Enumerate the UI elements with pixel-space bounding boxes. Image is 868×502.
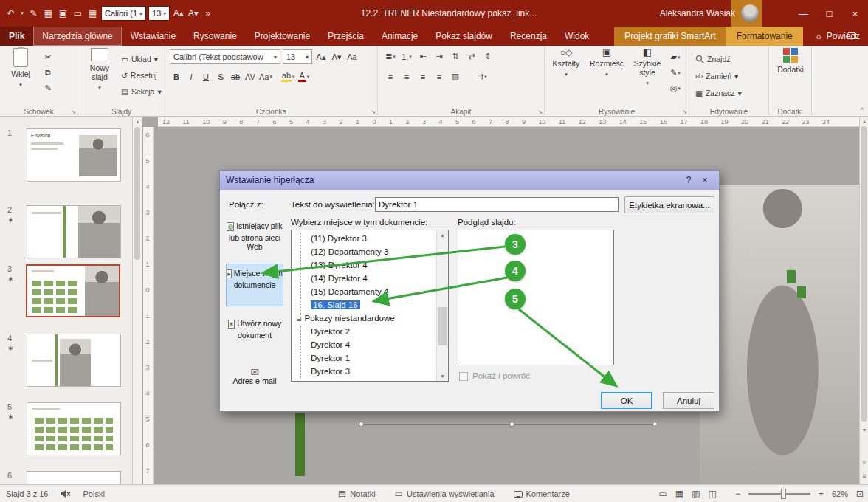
align-left-button[interactable]: ≡ <box>384 69 397 83</box>
dialog-launcher-icon[interactable]: ↘ <box>71 109 76 115</box>
font-name-combo[interactable]: Calibri (Tekst podstawow▾ <box>170 49 280 64</box>
close-icon[interactable]: × <box>697 173 713 187</box>
tab-projekt-grafiki-smartart[interactable]: Projekt grafiki SmartArt <box>614 27 726 46</box>
paste-button[interactable]: Wklej ▾ <box>4 48 38 103</box>
tab-recenzja[interactable]: Recenzja <box>501 27 556 46</box>
shapes-button[interactable]: ○◇ Kształty ▾ <box>548 48 585 103</box>
minimize-button[interactable]: — <box>790 0 816 27</box>
slide-thumbnail-4[interactable] <box>27 334 121 387</box>
tab-przejscia[interactable]: Przejścia <box>319 27 373 46</box>
justify-button[interactable]: ≡ <box>433 69 446 83</box>
avatar[interactable] <box>741 4 759 22</box>
scroll-up-icon[interactable]: ▲ <box>437 230 448 240</box>
tree-group-custom-shows[interactable]: ⊟Pokazy niestandardowe <box>292 312 435 325</box>
line-spacing-button[interactable]: ⇅ <box>449 49 462 63</box>
more-commands-icon[interactable]: » <box>202 5 214 21</box>
font-color-button[interactable]: A▾ <box>297 69 311 83</box>
slide-thumbnail-2[interactable] <box>27 205 121 258</box>
smartart-fragment[interactable] <box>787 270 796 283</box>
scrollbar-thumb[interactable] <box>861 126 867 422</box>
tree-item[interactable]: Dyrektor 4 <box>292 338 435 351</box>
chevron-down-icon[interactable]: ▾ <box>19 5 25 21</box>
slide-image-person[interactable] <box>700 185 859 484</box>
create-new-document-tile[interactable]: ∗ Utwórz nowy dokument <box>226 314 283 355</box>
scrollbar-thumb[interactable] <box>438 307 447 345</box>
tab-rysowanie[interactable]: Rysowanie <box>185 27 246 46</box>
align-text-button[interactable]: ⇕ <box>481 49 495 63</box>
tree-item[interactable]: (11) Dyrektor 3 <box>292 232 435 245</box>
slide-thumbnail-6[interactable] <box>27 471 121 484</box>
zoom-in-icon[interactable]: + <box>819 489 824 499</box>
decrease-font-size-button[interactable]: A▾ <box>330 50 343 64</box>
collapse-box-icon[interactable]: ⊟ <box>296 315 302 323</box>
display-settings-button[interactable]: ▭Ustawienia wyświetlania <box>395 489 495 499</box>
clear-formatting-button[interactable]: Aa <box>345 50 359 64</box>
tab-plik[interactable]: Plik <box>0 27 33 46</box>
dialog-launcher-icon[interactable]: ↘ <box>371 109 376 115</box>
save-icon[interactable]: ▣ <box>57 5 69 21</box>
bold-button[interactable]: B <box>170 69 183 83</box>
account-area[interactable]: Aleksandra Wasiak <box>660 0 759 27</box>
comments-pane-icon[interactable] <box>847 32 856 39</box>
decrease-indent-button[interactable]: ⇤ <box>416 49 430 63</box>
quick-styles-button[interactable]: ◧ Szybkie style ▾ <box>629 48 666 103</box>
shape-fill-button[interactable]: ▰▾ <box>669 50 682 64</box>
display-text-input[interactable] <box>375 197 619 212</box>
main-scrollbar[interactable]: ▲ ▼ ⇈ ⇊ <box>859 117 868 484</box>
change-case-button[interactable]: Aa▾ <box>258 69 273 83</box>
text-direction-button[interactable]: ⇄ <box>465 49 478 63</box>
tree-item[interactable]: Dyrektor 1 <box>292 351 435 365</box>
table-icon[interactable]: ▦ <box>86 5 99 21</box>
tab-animacje[interactable]: Animacje <box>373 27 427 46</box>
tell-me-button[interactable]: ☼ Powiedz <box>807 27 867 46</box>
increase-indent-button[interactable]: ⇥ <box>433 49 446 63</box>
tree-item[interactable]: (13) Dyrektor 4 <box>292 258 435 272</box>
tab-projektowanie[interactable]: Projektowanie <box>246 27 319 46</box>
previous-slide-icon[interactable]: ⇈ <box>860 458 868 467</box>
fit-to-window-icon[interactable]: ⊡ <box>856 489 864 499</box>
close-button[interactable]: × <box>842 0 868 27</box>
tab-widok[interactable]: Widok <box>556 27 598 46</box>
comments-button[interactable]: Komentarze <box>514 489 570 498</box>
reading-view-icon[interactable]: ▥ <box>692 489 700 499</box>
shape-outline-button[interactable]: ✎▾ <box>669 66 682 80</box>
audio-muted-icon[interactable] <box>60 489 71 498</box>
scroll-up-icon[interactable]: ▲ <box>133 117 142 126</box>
increase-font-icon[interactable]: A▴ <box>172 5 185 21</box>
copy-button[interactable]: ⧉ <box>41 66 55 80</box>
place-in-document-tile[interactable]: ▸ Miejsce w tym dokumencie <box>226 264 283 306</box>
normal-view-icon[interactable]: ▭ <box>659 489 667 499</box>
format-painter-button[interactable]: ✎ <box>41 81 55 95</box>
tree-item[interactable]: Dyrektor 2 <box>292 325 435 338</box>
decrease-font-icon[interactable]: A▾ <box>187 5 199 21</box>
layout-button[interactable]: ▭Układ▾ <box>121 52 158 66</box>
slide-thumbnail-1[interactable]: Envision <box>27 128 121 182</box>
next-slide-icon[interactable]: ⇊ <box>860 471 868 481</box>
qat-font-size-combo[interactable]: 13▾ <box>148 6 170 21</box>
tree-item[interactable]: Dyrektor 3 <box>292 365 435 378</box>
zoom-out-icon[interactable]: − <box>735 489 740 499</box>
shape-effects-button[interactable]: ◎▾ <box>669 81 682 95</box>
font-size-combo[interactable]: 13▾ <box>283 49 312 64</box>
grid-view-icon[interactable]: ▦ <box>42 5 55 21</box>
slide-accent-bar[interactable] <box>295 413 305 476</box>
section-button[interactable]: ▤Sekcja▾ <box>121 84 162 98</box>
convert-to-smartart-button[interactable]: ⇉▾ <box>475 69 489 83</box>
text-highlight-button[interactable]: ab▾ <box>280 69 296 83</box>
maximize-button[interactable]: □ <box>816 0 842 27</box>
tab-formatowanie[interactable]: Formatowanie <box>726 27 803 46</box>
scrollbar-thumb[interactable] <box>134 127 140 260</box>
tree-item[interactable]: (15) Departamenty 4 <box>292 285 435 298</box>
slideshow-view-icon[interactable]: ◫ <box>709 489 717 499</box>
selection-handle[interactable] <box>359 422 364 427</box>
panel-scrollbar[interactable]: ▲ <box>133 117 142 484</box>
slide-sorter-view-icon[interactable]: ▦ <box>675 489 683 499</box>
dialog-title-bar[interactable]: Wstawianie hiperłącza ? × <box>220 171 719 190</box>
strikethrough-button[interactable]: ab <box>229 69 242 83</box>
email-address-tile[interactable]: ✉ Adres e-mail <box>226 364 283 399</box>
new-slide-button[interactable]: Nowy slajd ▾ <box>81 48 118 103</box>
tab-wstawianie[interactable]: Wstawianie <box>122 27 185 46</box>
addins-button[interactable]: Dodatki <box>773 48 808 103</box>
tree-item[interactable]: (14) Dyrektor 4 <box>292 272 435 285</box>
cancel-button[interactable]: Anuluj <box>663 392 714 409</box>
